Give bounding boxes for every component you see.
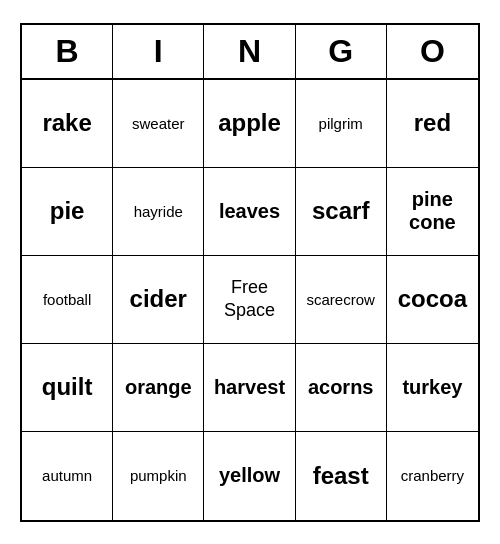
bingo-cell: acorns xyxy=(296,344,387,432)
bingo-cell: hayride xyxy=(113,168,204,256)
bingo-cell: cranberry xyxy=(387,432,478,520)
bingo-cell: orange xyxy=(113,344,204,432)
header-letter: G xyxy=(296,25,387,78)
bingo-cell: cider xyxy=(113,256,204,344)
bingo-cell: pine cone xyxy=(387,168,478,256)
header-letter: O xyxy=(387,25,478,78)
bingo-cell: Free Space xyxy=(204,256,295,344)
bingo-cell: pumpkin xyxy=(113,432,204,520)
bingo-card: BINGO rakesweaterapplepilgrimredpiehayri… xyxy=(20,23,480,522)
bingo-cell: feast xyxy=(296,432,387,520)
header-letter: N xyxy=(204,25,295,78)
bingo-header: BINGO xyxy=(22,25,478,80)
bingo-cell: harvest xyxy=(204,344,295,432)
bingo-cell: turkey xyxy=(387,344,478,432)
bingo-cell: rake xyxy=(22,80,113,168)
header-letter: B xyxy=(22,25,113,78)
bingo-cell: cocoa xyxy=(387,256,478,344)
bingo-cell: red xyxy=(387,80,478,168)
bingo-cell: pie xyxy=(22,168,113,256)
bingo-cell: football xyxy=(22,256,113,344)
bingo-cell: apple xyxy=(204,80,295,168)
bingo-cell: sweater xyxy=(113,80,204,168)
bingo-cell: scarecrow xyxy=(296,256,387,344)
bingo-cell: leaves xyxy=(204,168,295,256)
header-letter: I xyxy=(113,25,204,78)
bingo-cell: scarf xyxy=(296,168,387,256)
bingo-grid: rakesweaterapplepilgrimredpiehayrideleav… xyxy=(22,80,478,520)
bingo-cell: pilgrim xyxy=(296,80,387,168)
bingo-cell: yellow xyxy=(204,432,295,520)
bingo-cell: quilt xyxy=(22,344,113,432)
bingo-cell: autumn xyxy=(22,432,113,520)
